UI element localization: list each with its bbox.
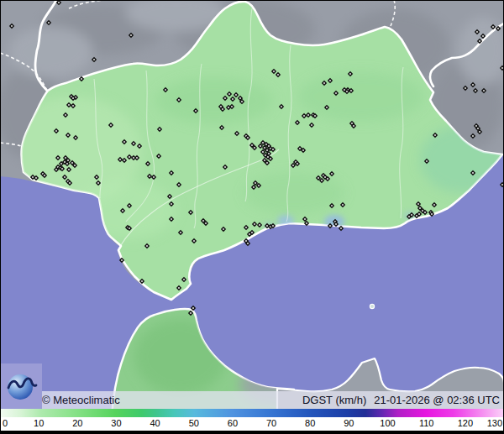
scale-tick-80: 80 (305, 418, 315, 428)
scale-tick-70: 70 (266, 418, 276, 428)
map-canvas (0, 0, 504, 434)
color-scale-labels: 0102030405060708090100110120130 (0, 417, 504, 431)
copyright-text: © Meteoclimatic (42, 394, 120, 406)
bottom-strip (0, 431, 504, 434)
weather-map-screenshot: © Meteoclimatic DGST (km/h) 21-01-2026 @… (0, 0, 504, 434)
scale-tick-30: 30 (111, 418, 121, 428)
info-bar: © Meteoclimatic DGST (km/h) 21-01-2026 @… (0, 391, 504, 409)
scale-tick-10: 10 (34, 418, 44, 428)
scale-tick-50: 50 (189, 418, 199, 428)
color-scale-gradient (0, 409, 504, 417)
scale-tick-0: 0 (3, 418, 8, 428)
scale-tick-110: 110 (419, 418, 434, 428)
meteoclimatic-logo-icon (0, 363, 42, 409)
scale-tick-130: 130 (487, 418, 502, 428)
alboran-island (370, 304, 374, 308)
meteoclimatic-logo (0, 363, 42, 409)
variable-label: DGST (km/h) (302, 394, 366, 406)
scale-tick-90: 90 (344, 418, 354, 428)
scale-tick-40: 40 (150, 418, 160, 428)
scale-tick-120: 120 (458, 418, 473, 428)
scale-tick-20: 20 (72, 418, 82, 428)
scale-tick-60: 60 (228, 418, 238, 428)
scale-tick-100: 100 (380, 418, 395, 428)
timestamp: 21-01-2026 @ 02:36 UTC (374, 394, 500, 406)
